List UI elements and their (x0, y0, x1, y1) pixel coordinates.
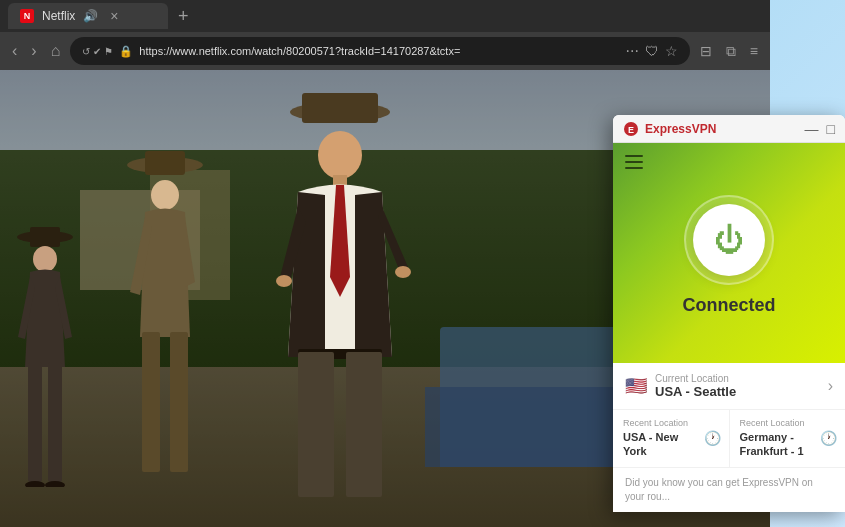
vpn-tip-text: Did you know you can get ExpressVPN on y… (613, 468, 845, 512)
vpn-locations-area: 🇺🇸 Current Location USA - Seattle › Rece… (613, 363, 845, 512)
recent-locations-row: Recent Location USA - NewYork 🕐 Recent L… (613, 410, 845, 468)
bookmark-icon: ⚑ (104, 46, 113, 57)
recent-location-2[interactable]: Recent Location Germany -Frankfurt - 1 🕐 (730, 410, 846, 467)
svg-rect-11 (170, 332, 188, 472)
menu-button[interactable]: ≡ (746, 41, 762, 61)
home-button[interactable]: ⌂ (47, 40, 65, 62)
vpn-hamburger-menu[interactable] (625, 155, 643, 169)
tab-bar: N Netflix 🔊 × + (0, 0, 770, 32)
svg-rect-10 (142, 332, 160, 472)
vpn-logo: E ExpressVPN (623, 121, 716, 137)
current-location-label: Current Location (655, 373, 833, 384)
svg-rect-13 (302, 93, 378, 123)
svg-rect-1 (30, 227, 60, 247)
scene-vehicle-body (425, 387, 625, 467)
svg-point-6 (45, 481, 65, 487)
tabs-button[interactable]: ⧉ (722, 41, 740, 62)
recent-label-2: Recent Location (740, 418, 836, 428)
vpn-window-controls: — □ (805, 122, 835, 136)
svg-point-14 (318, 131, 362, 179)
svg-rect-4 (48, 362, 62, 482)
vpn-status-text: Connected (682, 295, 775, 316)
current-location-name: USA - Seattle (655, 384, 833, 399)
netflix-favicon: N (20, 9, 34, 23)
recent-clock-icon-1: 🕐 (704, 430, 721, 446)
svg-rect-18 (346, 352, 382, 497)
vpn-titlebar: E ExpressVPN — □ (613, 115, 845, 143)
url-text[interactable]: https://www.netflix.com/watch/80200571?t… (139, 45, 619, 57)
svg-rect-3 (28, 362, 42, 482)
vpn-minimize-button[interactable]: — (805, 122, 819, 136)
recent-location-1[interactable]: Recent Location USA - NewYork 🕐 (613, 410, 730, 467)
svg-text:E: E (628, 125, 634, 135)
svg-point-9 (151, 180, 179, 210)
shield-icon[interactable]: 🛡 (645, 43, 659, 59)
forward-button[interactable]: › (27, 40, 40, 62)
svg-rect-17 (298, 352, 334, 497)
sidebar-button[interactable]: ⊟ (696, 41, 716, 61)
svg-rect-8 (145, 151, 185, 175)
reload-icon: ↺ (82, 46, 90, 57)
tab-title: Netflix (42, 9, 75, 23)
expressvpn-logo-icon: E (623, 121, 639, 137)
vpn-panel: E ExpressVPN — □ ⏻ Connected 🇺🇸 (613, 115, 845, 512)
address-bar-row: ‹ › ⌂ ↺ ✔ ⚑ 🔒 https://www.netflix.com/wa… (0, 32, 770, 70)
recent-clock-icon-2: 🕐 (820, 430, 837, 446)
current-location-row[interactable]: 🇺🇸 Current Location USA - Seattle › (613, 363, 845, 410)
figure-main (260, 77, 420, 497)
vpn-app-title: ExpressVPN (645, 122, 716, 136)
power-ring (684, 195, 774, 285)
vpn-power-container: ⏻ (684, 195, 774, 285)
svg-point-5 (25, 481, 45, 487)
back-button[interactable]: ‹ (8, 40, 21, 62)
svg-point-20 (276, 275, 292, 287)
security-icon: ✔ (93, 46, 101, 57)
tab-audio-icon[interactable]: 🔊 (83, 9, 98, 23)
location-arrow-icon: › (828, 377, 833, 395)
vpn-green-area: ⏻ Connected (613, 143, 845, 363)
current-location-flag: 🇺🇸 (625, 375, 647, 397)
bookmark-button[interactable]: ☆ (665, 43, 678, 59)
figure-left (10, 207, 80, 487)
lock-icon: 🔒 (119, 45, 133, 58)
figure-center-back (120, 137, 210, 477)
tab-close-button[interactable]: × (110, 8, 118, 24)
new-tab-button[interactable]: + (172, 6, 195, 27)
current-location-info: Current Location USA - Seattle (655, 373, 833, 399)
vpn-maximize-button[interactable]: □ (827, 122, 835, 136)
recent-label-1: Recent Location (623, 418, 719, 428)
address-icons: ↺ ✔ ⚑ (82, 46, 113, 57)
address-bar[interactable]: ↺ ✔ ⚑ 🔒 https://www.netflix.com/watch/80… (70, 37, 690, 65)
svg-point-19 (395, 266, 411, 278)
netflix-tab[interactable]: N Netflix 🔊 × (8, 3, 168, 29)
svg-point-2 (33, 246, 57, 272)
more-options-button[interactable]: ··· (625, 42, 638, 60)
